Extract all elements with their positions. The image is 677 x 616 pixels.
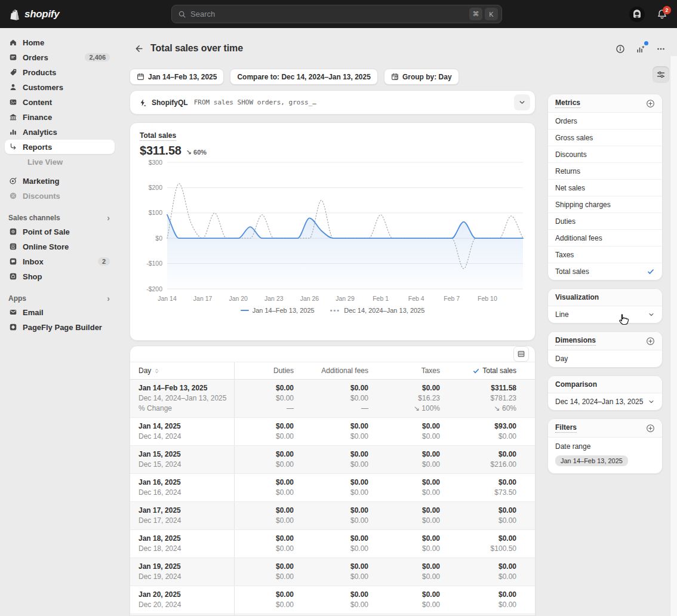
sales-line-chart[interactable]: $300$200$100$0-$100-$200Jan 14Jan 17Jan … <box>140 158 525 306</box>
column-header-label: Day <box>139 366 151 375</box>
orders-count-badge: 2,406 <box>85 53 110 61</box>
current-period-value: $0.00 <box>303 478 368 488</box>
column-header-day[interactable]: Day <box>130 362 235 379</box>
value-cell: $0.00$0.00 <box>378 474 450 501</box>
metric-label: Shipping charges <box>555 201 611 209</box>
previous-period-value: $0.00 <box>303 460 368 470</box>
insights-button[interactable] <box>632 41 649 57</box>
table-row-jan-14-2025[interactable]: Jan 14, 2025Dec 14, 2024$0.00$0.00$0.00$… <box>130 418 535 446</box>
sidebar-section-sales-channels[interactable]: Sales channels› <box>5 211 115 224</box>
table-row-jan-20-2025[interactable]: Jan 20, 2025Dec 20, 2024$0.00$0.00$0.00$… <box>130 586 535 614</box>
svg-text:$100: $100 <box>149 209 163 216</box>
sidebar-item-online-store[interactable]: Online Store <box>5 239 115 254</box>
sidebar-item-pagefly-page-builder[interactable]: PageFly Page Builder <box>5 320 115 334</box>
column-header-total-sales[interactable]: Total sales <box>450 362 526 379</box>
filter-pill-jan-14-feb-13-2025[interactable]: Jan 14–Feb 13, 2025 <box>130 69 224 85</box>
back-button[interactable] <box>130 40 146 57</box>
sidebar-item-orders[interactable]: Orders2,406 <box>5 50 115 64</box>
value-cell: $0.00$0.00 <box>303 530 378 558</box>
sidebar-item-reports[interactable]: Reports <box>5 140 115 154</box>
metric-item-orders[interactable]: Orders <box>548 113 662 130</box>
pill-label: Compare to: Dec 14, 2024–Jan 13, 2025 <box>237 73 370 81</box>
svg-text:Jan 26: Jan 26 <box>300 295 319 302</box>
filter-pill-group-by[interactable]: Group by: Day <box>384 69 459 85</box>
svg-text:-$200: -$200 <box>146 285 162 292</box>
section-title: Sales channels <box>8 214 60 222</box>
search-input[interactable] <box>190 10 467 19</box>
sidebar-item-home[interactable]: Home <box>5 35 115 50</box>
shopify-logo[interactable]: shopify <box>8 8 59 21</box>
value-cell: $0.00$100.50 <box>450 530 526 558</box>
table-row-summary[interactable]: Jan 14–Feb 13, 2025Dec 14, 2024–Jan 13, … <box>130 380 535 418</box>
previous-period-value: $16.23 <box>378 393 440 404</box>
metric-item-additional-fees[interactable]: Additional fees <box>548 230 662 247</box>
metric-item-net-sales[interactable]: Net sales <box>548 180 662 196</box>
metric-label: Total sales <box>555 267 589 276</box>
current-period-value: $0.00 <box>450 590 516 600</box>
date-range-filter-pill[interactable]: Jan 14–Feb 13, 2025 <box>555 455 628 466</box>
svg-text:Feb 4: Feb 4 <box>408 295 424 302</box>
sidebar-item-customers[interactable]: Customers <box>5 80 115 94</box>
metric-item-duties[interactable]: Duties <box>548 213 662 230</box>
sidebar-item-discounts[interactable]: Discounts <box>5 189 115 203</box>
add-metric-button[interactable] <box>646 99 655 108</box>
chart-metric-label[interactable]: Total sales <box>140 131 176 141</box>
more-actions-button[interactable] <box>653 41 669 57</box>
filter-pill-compare-to[interactable]: Compare to: Dec 14, 2024–Jan 13, 2025 <box>230 69 377 85</box>
metric-item-taxes[interactable]: Taxes <box>548 247 662 263</box>
column-header-additional-fees: Additional fees <box>303 362 378 379</box>
svg-text:$200: $200 <box>149 184 163 191</box>
sidebar-item-label: Analytics <box>23 128 57 137</box>
home-icon <box>8 38 18 47</box>
table-row-jan-15-2025[interactable]: Jan 15, 2025Dec 15, 2024$0.00$0.00$0.00$… <box>130 446 535 474</box>
global-search[interactable]: ⌘ K <box>171 5 502 23</box>
comparison-select[interactable]: Dec 14, 2024–Jan 13, 2025 <box>548 393 662 410</box>
previous-period-value: $0.00 <box>378 600 440 610</box>
metric-item-gross-sales[interactable]: Gross sales <box>548 130 662 146</box>
sidebar-section-apps[interactable]: Apps› <box>5 292 115 305</box>
sidebar-item-products[interactable]: Products <box>5 65 115 79</box>
shopifyql-expand-button[interactable] <box>514 94 530 110</box>
sidebar-item-shop[interactable]: Shop <box>5 269 115 284</box>
previous-period-value: $0.00 <box>235 572 294 582</box>
current-period-value: Jan 14–Feb 13, 2025 <box>139 383 224 393</box>
sidebar-item-finance[interactable]: Finance <box>5 110 115 124</box>
add-filter-button[interactable] <box>646 424 655 433</box>
table-row-jan-19-2025[interactable]: Jan 19, 2025Dec 19, 2024$0.00$0.00$0.00$… <box>130 558 535 586</box>
current-period-value: $0.00 <box>235 449 294 460</box>
info-button[interactable] <box>612 41 629 57</box>
value-cell: $0.00$0.00 <box>303 418 378 445</box>
sidebar-item-label: PageFly Page Builder <box>23 323 102 332</box>
table-row-jan-18-2025[interactable]: Jan 18, 2025Dec 18, 2024$0.00$0.00$0.00$… <box>130 530 535 558</box>
sidebar-item-point-of-sale[interactable]: Point of Sale <box>5 224 115 239</box>
chevron-down-icon <box>648 311 655 318</box>
legend-label: Dec 14, 2024–Jan 13, 2025 <box>344 307 424 314</box>
previous-period-value: $0.00 <box>235 516 294 526</box>
dimension-item-day[interactable]: Day <box>548 350 662 367</box>
notifications-button[interactable]: 2 <box>657 9 667 20</box>
sidebar-item-email[interactable]: Email <box>5 305 115 319</box>
add-dimension-button[interactable] <box>646 337 655 346</box>
table-view-button[interactable] <box>513 346 529 362</box>
visualization-select[interactable]: Line <box>548 306 662 323</box>
sidebar-item-inbox[interactable]: Inbox2 <box>5 254 115 269</box>
table-row-jan-16-2025[interactable]: Jan 16, 2025Dec 16, 2024$0.00$0.00$0.00$… <box>130 474 535 502</box>
sidebar-item-marketing[interactable]: Marketing <box>5 174 115 188</box>
metric-item-shipping-charges[interactable]: Shipping charges <box>548 196 662 213</box>
user-avatar[interactable] <box>629 7 645 22</box>
value-cell: $0.00$0.00 <box>378 586 450 614</box>
scrollbar-track[interactable] <box>670 56 677 616</box>
previous-period-value: $781.23 <box>450 393 516 404</box>
sidebar-item-live-view[interactable]: Live View <box>5 155 115 169</box>
table-row-jan-17-2025[interactable]: Jan 17, 2025Dec 17, 2024$0.00$0.00$0.00$… <box>130 502 535 530</box>
metric-item-discounts[interactable]: Discounts <box>548 146 662 163</box>
metric-label: Orders <box>555 117 577 125</box>
sidebar-item-analytics[interactable]: Analytics <box>5 125 115 139</box>
metric-item-returns[interactable]: Returns <box>548 163 662 180</box>
table-icon <box>517 350 525 358</box>
previous-period-value: Dec 18, 2024 <box>139 544 224 554</box>
shopifyql-bar[interactable]: ShopifyQL FROM sales SHOW orders, gross_… <box>130 90 536 115</box>
edit-panel-toggle-button[interactable] <box>653 66 669 83</box>
sidebar-item-content[interactable]: Content <box>5 95 115 109</box>
metric-item-total-sales[interactable]: Total sales <box>548 263 662 280</box>
